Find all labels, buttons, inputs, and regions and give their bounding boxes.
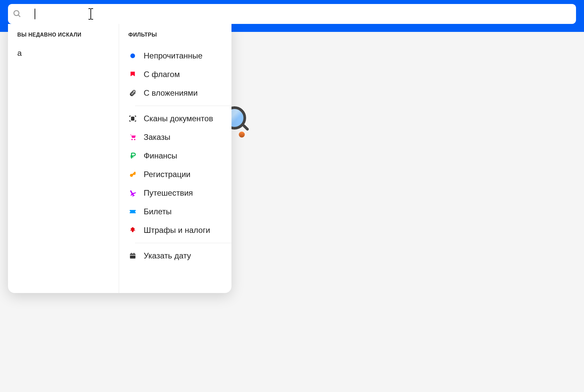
svg-rect-7 <box>131 253 132 254</box>
attachment-icon <box>128 89 137 97</box>
svg-rect-8 <box>134 253 134 254</box>
filter-label: Путешествия <box>144 188 193 198</box>
recent-searches-column: ВЫ НЕДАВНО ИСКАЛИ a <box>8 24 119 293</box>
filter-label: Регистрации <box>144 170 191 179</box>
svg-rect-2 <box>131 117 134 120</box>
filter-attachments[interactable]: С вложениями <box>119 84 231 102</box>
filter-unread[interactable]: Непрочитанные <box>119 47 231 65</box>
divider <box>135 106 231 106</box>
flag-icon <box>128 70 137 79</box>
filter-label: Непрочитанные <box>144 51 203 60</box>
recent-title: ВЫ НЕДАВНО ИСКАЛИ <box>17 32 109 38</box>
text-cursor <box>35 9 35 19</box>
recent-item[interactable]: a <box>17 47 109 60</box>
filter-label: Заказы <box>144 133 170 142</box>
filter-label: С вложениями <box>144 88 198 98</box>
key-icon <box>128 170 137 179</box>
filters-column: ФИЛЬТРЫ Непрочитанные С флагом С вло <box>119 24 231 293</box>
filter-travel[interactable]: Путешествия <box>119 184 231 202</box>
scan-icon <box>128 114 137 123</box>
divider <box>135 243 231 243</box>
svg-point-3 <box>131 139 133 140</box>
filter-tickets[interactable]: Билеты <box>119 202 231 221</box>
svg-point-4 <box>134 139 135 140</box>
filter-label: Сканы документов <box>144 114 213 123</box>
ruble-icon <box>128 151 137 160</box>
filter-registrations[interactable]: Регистрации <box>119 165 231 184</box>
svg-point-0 <box>14 11 19 16</box>
plane-icon <box>128 189 137 197</box>
filters-title: ФИЛЬТРЫ <box>119 32 231 38</box>
search-icon <box>13 9 22 19</box>
svg-rect-6 <box>130 254 136 259</box>
cart-icon <box>128 133 137 142</box>
filter-label: Штрафы и налоги <box>144 226 210 235</box>
calendar-icon <box>128 251 137 260</box>
filter-scans[interactable]: Сканы документов <box>119 109 231 128</box>
search-input[interactable] <box>22 4 571 24</box>
search-bar[interactable] <box>8 4 576 24</box>
filter-label: Финансы <box>144 151 177 160</box>
filter-label: Указать дату <box>144 251 191 260</box>
filter-label: Билеты <box>144 207 172 216</box>
ticket-icon <box>128 207 137 216</box>
filter-orders[interactable]: Заказы <box>119 128 231 147</box>
search-dropdown: ВЫ НЕДАВНО ИСКАЛИ a ФИЛЬТРЫ Непрочитанны… <box>8 24 231 293</box>
filter-finance[interactable]: Финансы <box>119 147 231 165</box>
filter-date[interactable]: Указать дату <box>119 246 231 265</box>
app-root: запросу найдено ВЫ НЕДАВНО ИСКАЛИ a ФИЛЬ… <box>0 0 584 392</box>
unread-dot-icon <box>128 51 137 60</box>
filter-label: С флагом <box>144 70 180 79</box>
svg-line-1 <box>18 15 20 17</box>
filter-flagged[interactable]: С флагом <box>119 65 231 84</box>
eagle-icon <box>128 226 137 235</box>
filter-fines[interactable]: Штрафы и налоги <box>119 221 231 240</box>
